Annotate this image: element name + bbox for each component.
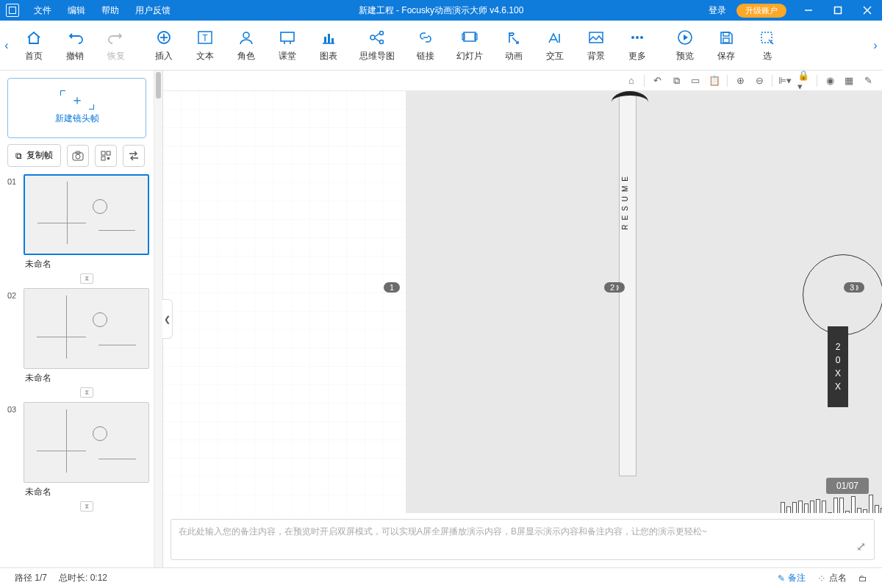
- toolbar-interact-button[interactable]: 交互: [534, 21, 576, 70]
- toolbar-slide-button[interactable]: 幻灯片: [446, 21, 493, 70]
- toolbar-class-button[interactable]: 课堂: [267, 21, 308, 70]
- panel-collapse-handle[interactable]: ❮: [162, 299, 173, 339]
- canvas-clipboard-icon[interactable]: 📋: [708, 74, 721, 87]
- role-icon: [237, 28, 255, 47]
- slide-thumbnail[interactable]: [24, 288, 149, 369]
- toolbar-undo-button[interactable]: 撤销: [54, 21, 96, 70]
- svg-rect-39: [107, 157, 110, 159]
- titlebar: 文件 编辑 帮助 用户反馈 新建工程 - Focusky动画演示大师 v4.6.…: [0, 0, 882, 21]
- slide-transition-indicator[interactable]: ⧗: [24, 500, 149, 513]
- bg-icon: [587, 28, 605, 47]
- notes-input[interactable]: 在此处输入您的备注内容，在预览时开启双屏模式，可以实现A屏全屏播放演示内容，B屏…: [171, 519, 875, 560]
- menu-feedback[interactable]: 用户反馈: [128, 1, 178, 20]
- toolbar-save-button[interactable]: 保存: [706, 21, 747, 70]
- slide-item[interactable]: 03 未命名 ⧗: [4, 402, 149, 513]
- status-folder-icon[interactable]: 🗀: [853, 573, 873, 584]
- canvas-content: RESUME 20XX: [406, 91, 882, 513]
- svg-rect-31: [723, 38, 729, 43]
- svg-rect-10: [281, 32, 294, 41]
- toolbar-bg-button[interactable]: 背景: [576, 21, 617, 70]
- camera-button[interactable]: [67, 145, 89, 167]
- toolbar-redo-button[interactable]: 恢复: [96, 21, 137, 70]
- swap-button[interactable]: [123, 145, 145, 167]
- svg-rect-14: [324, 37, 326, 43]
- canvas-grid-icon[interactable]: ▦: [842, 74, 856, 87]
- nav-chip-2[interactable]: 2⟫: [604, 282, 625, 293]
- canvas-align-icon[interactable]: ⊫▾: [778, 74, 792, 87]
- redo-icon: [107, 28, 125, 47]
- slide-item[interactable]: 01 未命名 ⧗: [4, 174, 149, 285]
- canvas-camera-icon[interactable]: ◉: [823, 74, 836, 87]
- svg-point-27: [636, 36, 639, 39]
- toolbar-scroll-left[interactable]: ‹: [0, 21, 13, 70]
- toolbar-mindmap-label: 思维导图: [359, 50, 395, 62]
- menu-file[interactable]: 文件: [26, 1, 59, 20]
- status-dots-button[interactable]: ⁘点名: [811, 572, 853, 584]
- statusbar: 路径 1/7 总时长: 0:12 ✎备注 ⁘点名 🗀: [0, 567, 882, 588]
- status-duration: 总时长: 0:12: [53, 572, 113, 584]
- toolbar-anim-button[interactable]: 动画: [493, 21, 534, 70]
- copy-frame-button[interactable]: ⧉ 复制帧: [7, 144, 61, 167]
- canvas-viewport[interactable]: RESUME 20XX 1 2⟫ 3⟫ 01/07: [163, 91, 882, 513]
- toolbar-select-button[interactable]: 选: [747, 21, 788, 70]
- toolbar-save-label: 保存: [717, 50, 735, 62]
- status-notes-button[interactable]: ✎备注: [772, 572, 811, 584]
- svg-point-9: [243, 32, 249, 38]
- slide-number: 01: [4, 174, 19, 285]
- canvas-undo-icon[interactable]: ↶: [650, 74, 664, 87]
- toolbar-text-button[interactable]: T文本: [184, 21, 226, 70]
- toolbar-link-button[interactable]: 链接: [405, 21, 446, 70]
- qr-button[interactable]: [95, 145, 117, 167]
- toolbar-role-button[interactable]: 角色: [226, 21, 267, 70]
- login-link[interactable]: 登录: [709, 4, 726, 17]
- toolbar-home-button[interactable]: 首页: [13, 21, 54, 70]
- new-frame-button[interactable]: ＋ 新建镜头帧: [7, 78, 146, 138]
- toolbar-role-label: 角色: [237, 50, 255, 62]
- menu-edit[interactable]: 编辑: [60, 1, 93, 20]
- slide-title: 未命名: [24, 255, 149, 272]
- anim-icon: [505, 28, 523, 47]
- nav-chip-3[interactable]: 3⟫: [844, 282, 864, 293]
- slide-thumbnail[interactable]: [24, 402, 149, 483]
- toolbar-preview-button[interactable]: 预览: [664, 21, 706, 70]
- main-toolbar: ‹ 首页撤销恢复 插入T文本角色课堂图表思维导图链接幻灯片动画交互背景更多 预览…: [0, 21, 882, 71]
- slide-number: 03: [4, 402, 19, 513]
- window-close[interactable]: [853, 0, 882, 21]
- svg-text:T: T: [202, 33, 208, 43]
- svg-line-21: [375, 38, 380, 42]
- canvas-edit-icon[interactable]: ✎: [861, 74, 875, 87]
- canvas-area: ❮ ⌂ ↶ ⧉ ▭ 📋 ⊕ ⊖ ⊫▾ 🔒▾ ◉ ▦ ✎ RESUME: [163, 71, 882, 567]
- slide-transition-indicator[interactable]: ⧗: [24, 386, 149, 399]
- toolbar-insert-button[interactable]: 插入: [143, 21, 184, 70]
- slide-title: 未命名: [24, 483, 149, 500]
- slide-panel-scrollbar[interactable]: [154, 71, 162, 567]
- notes-expand-icon[interactable]: ⤢: [854, 539, 867, 553]
- window-minimize[interactable]: [794, 0, 823, 21]
- window-maximize[interactable]: [823, 0, 853, 21]
- slide-transition-indicator[interactable]: ⧗: [24, 272, 149, 285]
- preview-icon: [676, 28, 694, 47]
- menu-help[interactable]: 帮助: [94, 1, 126, 20]
- canvas-zoom-out-icon[interactable]: ⊖: [753, 74, 766, 87]
- slide-thumbnail[interactable]: [24, 174, 149, 255]
- toolbar-more-button[interactable]: 更多: [617, 21, 658, 70]
- toolbar-more-label: 更多: [628, 50, 646, 62]
- nav-chip-1[interactable]: 1: [384, 282, 400, 293]
- svg-point-26: [631, 36, 634, 39]
- save-icon: [717, 28, 735, 47]
- canvas-home-icon[interactable]: ⌂: [625, 74, 638, 87]
- toolbar-mindmap-button[interactable]: 思维导图: [349, 21, 405, 70]
- toolbar-scroll-right[interactable]: ›: [869, 21, 882, 70]
- slide-item[interactable]: 02 未命名 ⧗: [4, 288, 149, 399]
- canvas-lock-icon[interactable]: 🔒▾: [797, 74, 811, 87]
- copy-icon: ⧉: [15, 151, 22, 161]
- app-icon: [6, 4, 19, 17]
- undo-icon: [66, 28, 84, 47]
- interact-icon: [546, 28, 564, 47]
- upgrade-button[interactable]: 升级账户: [736, 4, 786, 18]
- toolbar-home-label: 首页: [25, 50, 43, 62]
- canvas-paste-icon[interactable]: ▭: [689, 74, 702, 87]
- canvas-zoom-in-icon[interactable]: ⊕: [734, 74, 747, 87]
- toolbar-chart-button[interactable]: 图表: [308, 21, 349, 70]
- canvas-copy-icon[interactable]: ⧉: [670, 74, 683, 87]
